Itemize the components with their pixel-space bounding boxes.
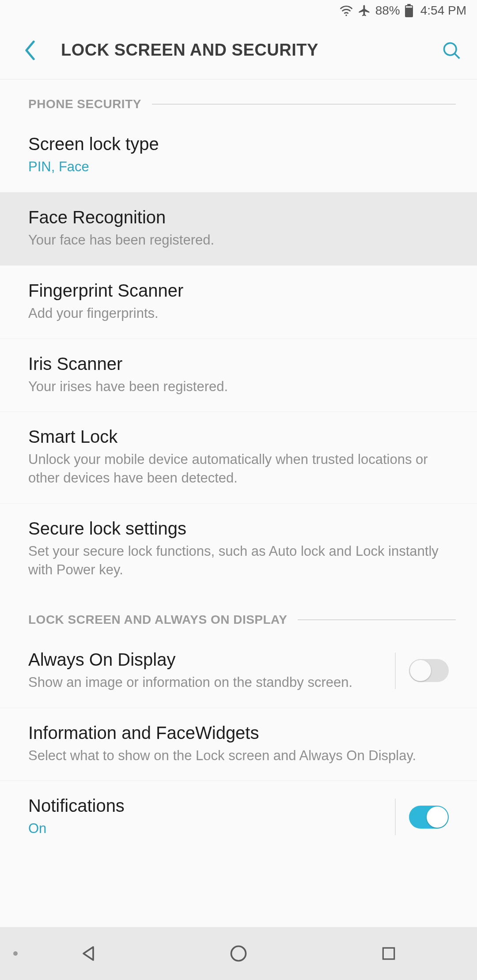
row-subtitle: PIN, Face — [28, 158, 449, 176]
row-subtitle: Show an image or information on the stan… — [28, 673, 382, 692]
row-subtitle: Your irises have been registered. — [28, 377, 449, 396]
svg-point-7 — [231, 946, 246, 961]
row-title: Information and FaceWidgets — [28, 723, 449, 743]
search-button[interactable] — [439, 38, 464, 63]
status-bar: 88% 4:54 PM — [0, 0, 477, 21]
app-bar: LOCK SCREEN AND SECURITY — [0, 21, 477, 79]
row-subtitle: Set your secure lock functions, such as … — [28, 542, 449, 579]
svg-point-4 — [444, 43, 457, 55]
row-fingerprint-scanner[interactable]: Fingerprint Scanner Add your fingerprint… — [0, 266, 477, 339]
svg-point-0 — [345, 15, 347, 16]
row-subtitle: Unlock your mobile device automatically … — [28, 450, 449, 487]
section-divider — [298, 619, 456, 620]
row-title: Always On Display — [28, 650, 382, 670]
row-subtitle: On — [28, 819, 382, 838]
row-title: Notifications — [28, 796, 382, 816]
row-title: Fingerprint Scanner — [28, 281, 449, 301]
toggle-divider — [395, 799, 396, 835]
row-title: Iris Scanner — [28, 354, 449, 374]
section-label: LOCK SCREEN AND ALWAYS ON DISPLAY — [28, 613, 287, 627]
clock: 4:54 PM — [420, 4, 466, 18]
wifi-icon — [339, 4, 353, 17]
row-title: Face Recognition — [28, 207, 449, 227]
nav-back-button[interactable] — [49, 944, 128, 963]
battery-icon — [405, 4, 413, 17]
svg-rect-3 — [406, 6, 412, 8]
back-button[interactable] — [18, 38, 42, 63]
row-iris-scanner[interactable]: Iris Scanner Your irises have been regis… — [0, 339, 477, 412]
row-screen-lock-type[interactable]: Screen lock type PIN, Face — [0, 119, 477, 192]
svg-line-5 — [455, 53, 460, 58]
row-face-recognition[interactable]: Face Recognition Your face has been regi… — [0, 192, 477, 266]
nav-home-button[interactable] — [199, 944, 278, 963]
row-information-facewidgets[interactable]: Information and FaceWidgets Select what … — [0, 708, 477, 781]
row-always-on-display[interactable]: Always On Display Show an image or infor… — [0, 635, 477, 708]
nav-recents-button[interactable] — [349, 945, 428, 962]
section-divider — [152, 104, 456, 105]
row-subtitle: Select what to show on the Lock screen a… — [28, 746, 449, 765]
svg-rect-2 — [407, 4, 411, 6]
row-notifications[interactable]: Notifications On — [0, 781, 477, 842]
navigation-bar — [0, 927, 477, 980]
toggle-notifications[interactable] — [409, 806, 449, 829]
nav-indicator-dot — [13, 951, 18, 956]
row-secure-lock-settings[interactable]: Secure lock settings Set your secure loc… — [0, 504, 477, 595]
row-title: Secure lock settings — [28, 519, 449, 539]
airplane-mode-icon — [358, 4, 371, 17]
row-title: Screen lock type — [28, 134, 449, 154]
settings-list[interactable]: PHONE SECURITY Screen lock type PIN, Fac… — [0, 79, 477, 927]
section-label: PHONE SECURITY — [28, 97, 141, 111]
row-subtitle: Add your fingerprints. — [28, 304, 449, 323]
toggle-divider — [395, 652, 396, 689]
toggle-knob — [427, 807, 448, 828]
row-title: Smart Lock — [28, 427, 449, 447]
battery-percent: 88% — [375, 4, 400, 18]
row-subtitle: Your face has been registered. — [28, 231, 449, 249]
svg-marker-6 — [83, 947, 93, 960]
section-header-phone-security: PHONE SECURITY — [0, 79, 477, 119]
toggle-always-on-display[interactable] — [409, 659, 449, 682]
page-title: LOCK SCREEN AND SECURITY — [61, 41, 439, 60]
svg-rect-8 — [383, 948, 394, 959]
row-smart-lock[interactable]: Smart Lock Unlock your mobile device aut… — [0, 412, 477, 504]
section-header-lockscreen-aod: LOCK SCREEN AND ALWAYS ON DISPLAY — [0, 595, 477, 635]
toggle-knob — [410, 660, 431, 681]
